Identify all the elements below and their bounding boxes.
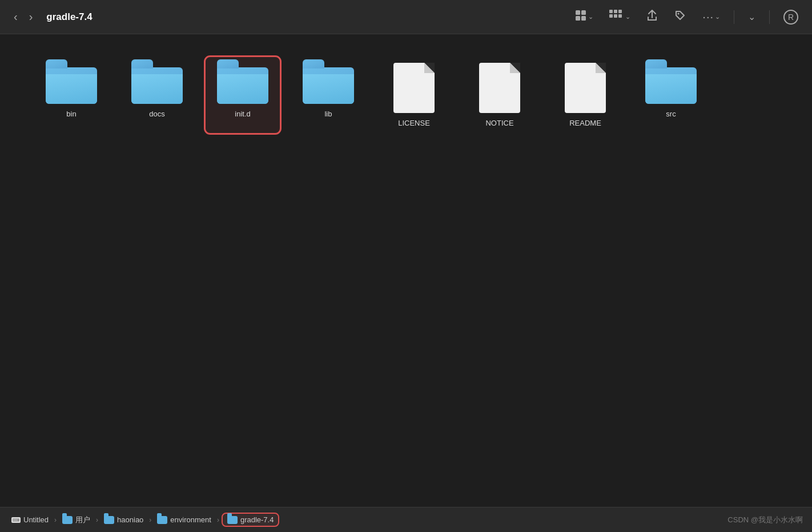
registered-button[interactable]: R xyxy=(779,7,803,27)
watermark: CSDN @我是小水水啊 xyxy=(727,515,803,525)
svg-rect-6 xyxy=(618,10,622,13)
folder-icon xyxy=(303,63,354,104)
file-item-docs[interactable]: docs xyxy=(120,57,194,133)
file-label: lib xyxy=(324,110,332,118)
file-item-init.d[interactable]: init.d xyxy=(206,57,280,133)
svg-point-10 xyxy=(678,13,680,15)
svg-rect-7 xyxy=(609,14,613,18)
breadcrumb-separator: › xyxy=(54,516,57,524)
file-label: init.d xyxy=(235,110,250,118)
file-item-LICENSE[interactable]: LICENSE xyxy=(377,57,451,133)
forward-button[interactable]: › xyxy=(25,8,38,26)
folder-icon xyxy=(131,63,183,104)
view-dropdown-chevron-icon: ⌄ xyxy=(625,13,630,21)
sort-button[interactable]: ⌄ xyxy=(743,9,760,25)
svg-rect-2 xyxy=(576,16,580,21)
file-item-bin[interactable]: bin xyxy=(34,57,108,133)
breadcrumb-item-haoniao[interactable]: haoniao xyxy=(102,514,146,525)
nav-buttons: ‹ › xyxy=(9,8,37,26)
file-label: NOTICE xyxy=(485,119,513,127)
breadcrumb-separator: › xyxy=(217,516,219,524)
breadcrumb-item-untitled[interactable]: Untitled xyxy=(9,514,51,525)
toolbar-divider-2 xyxy=(769,10,770,24)
folder-icon xyxy=(46,63,97,104)
file-label: bin xyxy=(66,110,76,118)
file-label: docs xyxy=(149,110,164,118)
breadcrumb-label: haoniao xyxy=(117,515,143,524)
file-item-README[interactable]: README xyxy=(548,57,622,133)
file-icon xyxy=(479,63,520,113)
folder-mini-icon xyxy=(62,516,73,524)
svg-rect-5 xyxy=(614,10,617,13)
svg-rect-4 xyxy=(609,10,613,13)
toolbar: ‹ › gradle-7.4 ⌄ xyxy=(0,0,812,34)
view-grid-icon xyxy=(574,9,587,25)
more-chevron-icon: ⌄ xyxy=(715,13,720,21)
breadcrumb: Untitled›用户›haoniao›environment›gradle-7… xyxy=(9,514,278,526)
folder-mini-icon xyxy=(104,516,114,524)
svg-point-13 xyxy=(18,519,19,521)
view-list-button[interactable]: ⌄ xyxy=(605,7,635,27)
file-label: src xyxy=(666,110,676,118)
view-sort-chevron-icon: ⌄ xyxy=(588,13,593,21)
svg-rect-0 xyxy=(576,10,580,15)
more-button[interactable]: ··· ⌄ xyxy=(698,8,725,26)
share-icon xyxy=(646,9,658,25)
file-icon xyxy=(565,63,606,113)
statusbar: Untitled›用户›haoniao›environment›gradle-7… xyxy=(0,507,812,532)
svg-rect-8 xyxy=(614,14,617,18)
tag-icon xyxy=(674,9,686,25)
svg-rect-3 xyxy=(581,16,586,21)
breadcrumb-item-gradle74[interactable]: gradle-7.4 xyxy=(223,514,279,526)
file-label: README xyxy=(569,119,601,127)
sort-chevron-icon: ⌄ xyxy=(748,11,755,22)
more-icon: ··· xyxy=(702,10,714,23)
folder-icon xyxy=(645,63,697,104)
breadcrumb-separator: › xyxy=(96,516,98,524)
folder-mini-icon xyxy=(227,516,238,524)
window-title: gradle-7.4 xyxy=(46,11,565,23)
file-icon xyxy=(393,63,435,113)
svg-rect-1 xyxy=(581,10,586,15)
svg-rect-9 xyxy=(618,14,622,18)
file-item-src[interactable]: src xyxy=(634,57,708,133)
file-item-NOTICE[interactable]: NOTICE xyxy=(463,57,537,133)
breadcrumb-label: 用户 xyxy=(75,515,90,525)
breadcrumb-label: Untitled xyxy=(23,515,49,524)
file-browser-content: bin docs init.d lib xyxy=(0,34,812,507)
view-list-icon xyxy=(609,9,624,25)
breadcrumb-label: environment xyxy=(170,515,211,524)
hdd-icon xyxy=(11,516,21,524)
breadcrumb-item-users[interactable]: 用户 xyxy=(60,514,93,526)
breadcrumb-separator: › xyxy=(149,516,151,524)
toolbar-right: ⌄ ⌄ xyxy=(570,7,803,27)
folder-mini-icon xyxy=(157,516,167,524)
toolbar-divider xyxy=(734,10,734,24)
registered-icon: R xyxy=(783,10,798,25)
back-button[interactable]: ‹ xyxy=(9,8,22,26)
breadcrumb-label: gradle-7.4 xyxy=(240,515,274,524)
view-icon-button[interactable]: ⌄ xyxy=(570,7,598,27)
breadcrumb-item-environment[interactable]: environment xyxy=(155,514,214,525)
file-label: LICENSE xyxy=(398,119,430,127)
tag-button[interactable] xyxy=(669,7,691,27)
file-item-lib[interactable]: lib xyxy=(291,57,365,133)
share-button[interactable] xyxy=(642,7,662,27)
folder-icon xyxy=(217,63,268,104)
file-grid: bin docs init.d lib xyxy=(23,51,789,139)
